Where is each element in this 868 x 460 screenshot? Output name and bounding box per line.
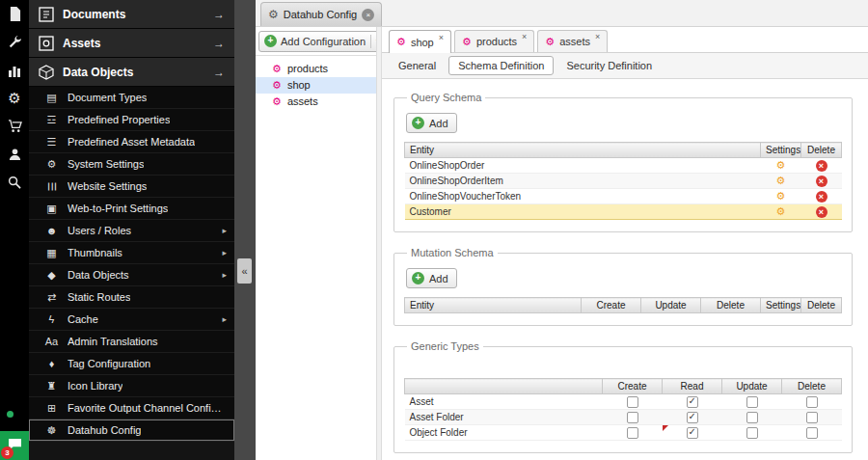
menu-section-assets[interactable]: Assets → xyxy=(29,29,234,58)
gear-icon[interactable]: ⚙ xyxy=(0,84,29,112)
checkbox-read[interactable] xyxy=(687,427,698,439)
chevron-right-icon: ▸ xyxy=(222,226,227,235)
column-header-name[interactable] xyxy=(405,379,603,394)
column-header-read[interactable]: Read xyxy=(663,379,722,394)
query-schema-add-button[interactable]: + Add xyxy=(406,113,457,133)
column-header-delete[interactable]: Delete xyxy=(782,379,842,394)
cart-icon[interactable] xyxy=(0,112,29,140)
tag-icon: ♦ xyxy=(44,358,59,369)
menu-item-icon-library[interactable]: ♜ Icon Library xyxy=(29,375,234,397)
delete-icon[interactable]: × xyxy=(816,191,827,203)
column-header-delete[interactable]: Delete xyxy=(801,143,842,158)
mutation-schema-grid: Entity Create Update Delete Settings Del… xyxy=(404,297,842,313)
tab-products[interactable]: ⚙ products × xyxy=(454,30,534,52)
checkbox-read[interactable] xyxy=(687,396,698,408)
checkbox-delete[interactable] xyxy=(806,396,818,408)
menu-item-users-roles[interactable]: ☻ Users / Roles ▸ xyxy=(29,220,234,242)
column-header-entity[interactable]: Entity xyxy=(405,298,582,313)
close-icon[interactable]: × xyxy=(439,33,444,42)
close-icon[interactable]: × xyxy=(595,32,600,41)
workspace: ⚙ Datahub Config × + Add Configuration ▾ xyxy=(256,0,868,460)
table-row[interactable]: OnlineShopOrderItem ⚙ × xyxy=(405,174,842,189)
tab-assets[interactable]: ⚙ assets × xyxy=(537,30,608,52)
checkbox-update[interactable] xyxy=(746,427,758,439)
tree-item-shop[interactable]: ⚙ shop xyxy=(256,77,376,94)
subtab-security-definition[interactable]: Security Definition xyxy=(556,56,662,75)
menu-item-datahub-config[interactable]: ☸ Datahub Config xyxy=(29,419,234,442)
menu-item-data-objects[interactable]: ◆ Data Objects ▸ xyxy=(29,264,234,286)
tree-item-products[interactable]: ⚙ products xyxy=(256,61,376,77)
column-header-create[interactable]: Create xyxy=(603,379,663,394)
menu-item-predefined-asset-metadata[interactable]: ☰ Predefined Asset Metadata xyxy=(29,131,234,153)
printer-icon: ▣ xyxy=(44,203,59,215)
checkbox-update[interactable] xyxy=(746,412,758,423)
tab-shop[interactable]: ⚙ shop × xyxy=(389,30,451,53)
add-configuration-button[interactable]: + Add Configuration ▾ xyxy=(258,31,386,52)
users-icon[interactable] xyxy=(0,140,29,168)
settings-gear-icon[interactable]: ⚙ xyxy=(776,205,786,217)
column-header-delete[interactable]: Delete xyxy=(801,298,842,313)
menu-section-data-objects[interactable]: Data Objects → xyxy=(29,58,234,87)
chevron-right-icon: ▸ xyxy=(222,270,227,280)
delete-icon[interactable]: × xyxy=(816,160,827,172)
subtab-general[interactable]: General xyxy=(389,56,446,75)
table-row[interactable]: OnlineShopOrder ⚙ × xyxy=(405,158,842,174)
translate-icon: Aa xyxy=(44,336,59,347)
menu-item-predefined-properties[interactable]: ☲ Predefined Properties xyxy=(29,109,234,131)
column-header-delete[interactable]: Delete xyxy=(701,298,761,313)
column-header-settings[interactable]: Settings xyxy=(761,298,801,313)
checkbox-create[interactable] xyxy=(627,412,638,423)
subtab-schema-definition[interactable]: Schema Definition xyxy=(448,56,554,75)
close-icon[interactable]: × xyxy=(522,32,527,41)
column-header-entity[interactable]: Entity xyxy=(405,143,761,158)
library-icon: ♜ xyxy=(44,380,59,392)
checkbox-read[interactable] xyxy=(687,412,698,423)
column-header-update[interactable]: Update xyxy=(722,379,782,394)
plus-icon: + xyxy=(264,35,277,47)
menu-item-web-to-print-settings[interactable]: ▣ Web-to-Print Settings xyxy=(29,198,234,220)
checkbox-delete[interactable] xyxy=(806,427,818,439)
collapse-button[interactable]: « xyxy=(237,258,252,284)
checkbox-update[interactable] xyxy=(746,396,758,408)
menu-item-cache[interactable]: ϟ Cache ▸ xyxy=(29,309,234,331)
menu-item-admin-translations[interactable]: Aa Admin Translations xyxy=(29,331,234,353)
notification-badge: 3 xyxy=(1,446,14,459)
menu-item-document-types[interactable]: ▤ Document Types xyxy=(29,87,234,109)
checkbox-delete[interactable] xyxy=(806,412,818,423)
mutation-schema-add-button[interactable]: + Add xyxy=(406,268,457,288)
settings-gear-icon[interactable]: ⚙ xyxy=(776,175,786,186)
chevron-right-icon: ▸ xyxy=(222,248,227,257)
menu-item-system-settings[interactable]: ⚙ System Settings xyxy=(29,153,234,176)
delete-icon[interactable]: × xyxy=(816,176,827,187)
delete-icon[interactable]: × xyxy=(816,206,827,218)
table-row-selected[interactable]: Customer ⚙ × xyxy=(405,204,842,220)
menu-item-thumbnails[interactable]: ▦ Thumbnails ▸ xyxy=(29,242,234,264)
bar-chart-icon[interactable] xyxy=(0,56,29,84)
menu-item-website-settings[interactable]: ☰ Website Settings xyxy=(29,176,234,198)
settings-gear-icon[interactable]: ⚙ xyxy=(776,190,786,202)
menu-item-static-routes[interactable]: ⇄ Static Routes xyxy=(29,286,234,309)
menu-item-tag-configuration[interactable]: ♦ Tag Configuration xyxy=(29,353,234,375)
image-icon: ▦ xyxy=(44,247,59,259)
menu-section-documents[interactable]: Documents → xyxy=(29,0,234,29)
search-icon[interactable] xyxy=(0,168,29,196)
wrench-icon[interactable] xyxy=(0,28,29,56)
tab-datahub-config[interactable]: ⚙ Datahub Config × xyxy=(260,2,382,26)
configuration-icon: ⚙ xyxy=(462,36,472,48)
column-header-create[interactable]: Create xyxy=(582,298,641,313)
column-header-settings[interactable]: Settings xyxy=(761,143,801,158)
chat-button[interactable]: 3 xyxy=(0,431,29,460)
panel-collapse-strip: « xyxy=(234,0,256,460)
tree-item-assets[interactable]: ⚙ assets xyxy=(256,94,376,110)
configuration-icon: ⚙ xyxy=(272,79,282,92)
table-row[interactable]: OnlineShopVoucherToken ⚙ × xyxy=(405,189,842,204)
menu-item-favorite-output-channel-configurations[interactable]: ⊞ Favorite Output Channel Configurations xyxy=(29,397,234,419)
column-header-update[interactable]: Update xyxy=(641,298,701,313)
checkbox-create[interactable] xyxy=(627,427,638,439)
close-tab-icon[interactable]: × xyxy=(362,9,374,21)
settings-gear-icon[interactable]: ⚙ xyxy=(776,159,786,171)
checkbox-create[interactable] xyxy=(627,396,638,408)
app-icon-bar: ⚙ 3 xyxy=(0,0,29,460)
arrow-right-icon: → xyxy=(213,8,225,21)
file-icon[interactable] xyxy=(0,0,29,28)
